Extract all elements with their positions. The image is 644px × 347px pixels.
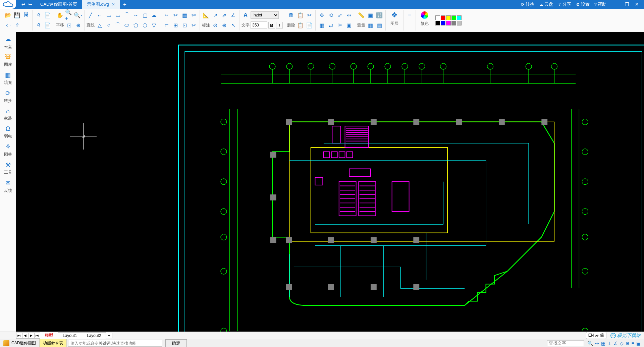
sidebar-convert[interactable]: ⟳转换: [1, 88, 15, 105]
zoom-out-icon[interactable]: 🔍-: [74, 11, 82, 19]
search-icon[interactable]: 🔍: [587, 341, 593, 346]
dim-icon[interactable]: ↔: [162, 11, 170, 19]
status-cmd-table[interactable]: 功能命令表: [40, 339, 67, 347]
sidebar-feedback[interactable]: ✉反馈: [1, 178, 15, 195]
table-icon[interactable]: ▦: [366, 21, 374, 29]
layout-tab-model[interactable]: 模型: [40, 332, 58, 340]
annot-icon[interactable]: 📐: [202, 11, 210, 19]
spline-icon[interactable]: ～: [132, 11, 140, 19]
layout-add-button[interactable]: +: [106, 333, 112, 338]
sidebar-fill[interactable]: ▦填充: [1, 70, 15, 87]
osnap-icon[interactable]: ◇: [620, 341, 624, 346]
pdf2-icon[interactable]: 📄: [44, 21, 52, 29]
color-swatch[interactable]: [451, 15, 456, 20]
dim-angular-icon[interactable]: ∠: [229, 11, 237, 19]
tab-close-icon[interactable]: ✕: [112, 2, 115, 7]
paste2-icon[interactable]: 📄: [305, 21, 313, 29]
open-file-icon[interactable]: 📂: [4, 11, 12, 19]
color-swatch[interactable]: [451, 21, 456, 25]
command-input[interactable]: [68, 340, 162, 347]
dim-diameter-icon[interactable]: ⊕: [220, 21, 228, 29]
maximize-button[interactable]: ❐: [623, 2, 631, 7]
sidebar-gallery[interactable]: 🖼图库: [1, 52, 15, 69]
move-icon[interactable]: ✥: [318, 11, 326, 19]
back-button[interactable]: ↩: [21, 2, 25, 7]
layout-tab-1[interactable]: Layout1: [58, 332, 82, 339]
pan-hand-icon[interactable]: ✋: [56, 11, 64, 19]
color-button[interactable]: 颜色: [418, 10, 431, 26]
dim-linear-icon[interactable]: ↗: [211, 11, 219, 19]
dim-leader-icon[interactable]: ↖: [229, 21, 237, 29]
convert-button[interactable]: ⟳转换: [521, 1, 534, 7]
layout-first-icon[interactable]: ⏮: [16, 333, 22, 339]
color-swatch[interactable]: [435, 15, 440, 20]
font-size-input[interactable]: [251, 21, 267, 29]
app-logo[interactable]: [0, 0, 16, 9]
dim-radius-icon[interactable]: ⊘: [211, 21, 219, 29]
help-button[interactable]: ?帮助: [594, 1, 606, 7]
color-swatch[interactable]: [441, 21, 445, 25]
sidebar-garden[interactable]: ⚘园林: [1, 142, 15, 159]
cut-icon[interactable]: ✂: [305, 11, 313, 19]
drawing-canvas[interactable]: 弱电平面图 1:100: [16, 32, 644, 332]
layout-next-icon[interactable]: ▶: [28, 333, 34, 339]
pdf-icon[interactable]: 📄: [44, 11, 52, 19]
rect-icon[interactable]: ▭: [105, 11, 113, 19]
box-icon[interactable]: ▢: [141, 11, 149, 19]
measure-icon[interactable]: 📏: [357, 11, 365, 19]
font-select[interactable]: hztxt: [251, 11, 279, 19]
layout-prev-icon[interactable]: ◀: [22, 333, 28, 339]
text-icon[interactable]: A: [241, 11, 250, 19]
stretch-icon[interactable]: ⇔: [345, 11, 353, 19]
model-space-icon[interactable]: ▣: [636, 341, 641, 346]
ortho-icon[interactable]: ⊥: [607, 341, 611, 346]
hatch-icon[interactable]: ▦: [180, 11, 189, 19]
array-icon[interactable]: ▦: [318, 21, 326, 29]
color-swatch[interactable]: [457, 15, 462, 20]
color-swatch[interactable]: [435, 21, 440, 25]
align-icon[interactable]: ⊫: [336, 21, 344, 29]
star-icon[interactable]: ▽: [150, 21, 158, 29]
ok-button[interactable]: 确定: [165, 339, 187, 347]
offset-icon[interactable]: ⊏: [162, 21, 170, 29]
scale-icon[interactable]: ⤢: [336, 11, 344, 19]
export-icon[interactable]: ⇧: [13, 21, 21, 29]
triangle-icon[interactable]: △: [96, 21, 104, 29]
snap-icon[interactable]: ⊹: [595, 341, 599, 346]
layer-button[interactable]: ❖ 图层: [388, 10, 401, 26]
print2-icon[interactable]: 🖨: [35, 21, 43, 29]
rotate-icon[interactable]: ⟲: [327, 11, 335, 19]
undo-nav-icon[interactable]: ⇦: [4, 21, 12, 29]
lineweight-icon[interactable]: ≡: [632, 341, 634, 346]
settings-button[interactable]: ⚙设置: [576, 1, 590, 7]
area-icon[interactable]: ▣: [366, 11, 374, 19]
explode-icon[interactable]: ✂: [171, 11, 179, 19]
color-swatch[interactable]: [446, 15, 451, 20]
hexagon-icon[interactable]: ⬡: [141, 21, 149, 29]
sidebar-cloud[interactable]: ☁云盘: [1, 34, 15, 51]
layer-list-icon[interactable]: ≡: [406, 11, 414, 19]
sidebar-electric[interactable]: Ω弱电: [1, 124, 15, 140]
dim-aligned-icon[interactable]: ⇗: [220, 11, 228, 19]
color-swatch[interactable]: [446, 21, 451, 25]
save-as-icon[interactable]: 🗄: [22, 11, 30, 19]
select-window-icon[interactable]: ⊡: [180, 21, 189, 29]
break-icon[interactable]: ✂: [190, 21, 198, 29]
tab-home[interactable]: CAD迷你画图-首页: [36, 0, 82, 9]
forward-button[interactable]: ↪: [28, 2, 32, 7]
zoom-window-icon[interactable]: ⊡: [65, 21, 73, 29]
cloud-shape-icon[interactable]: ☁: [150, 11, 158, 19]
copy-icon[interactable]: 📋: [296, 11, 304, 19]
polyline-icon[interactable]: ⌐: [96, 11, 104, 19]
rect2-icon[interactable]: ▭: [114, 11, 122, 19]
share-button[interactable]: ⇪分享: [558, 1, 571, 7]
layer-props-icon[interactable]: ≣: [406, 21, 414, 29]
language-badge[interactable]: EN み 简: [586, 332, 606, 339]
arc2-icon[interactable]: ⌒: [114, 21, 122, 29]
sidebar-home-deco[interactable]: ⌂家装: [1, 106, 15, 123]
italic-button[interactable]: I: [276, 22, 283, 28]
sidebar-tools[interactable]: ⚒工具: [1, 160, 15, 177]
polygon-icon[interactable]: ⬠: [132, 21, 140, 29]
color-swatch[interactable]: [441, 15, 445, 20]
zoom-full-icon[interactable]: ⊕: [74, 21, 82, 29]
